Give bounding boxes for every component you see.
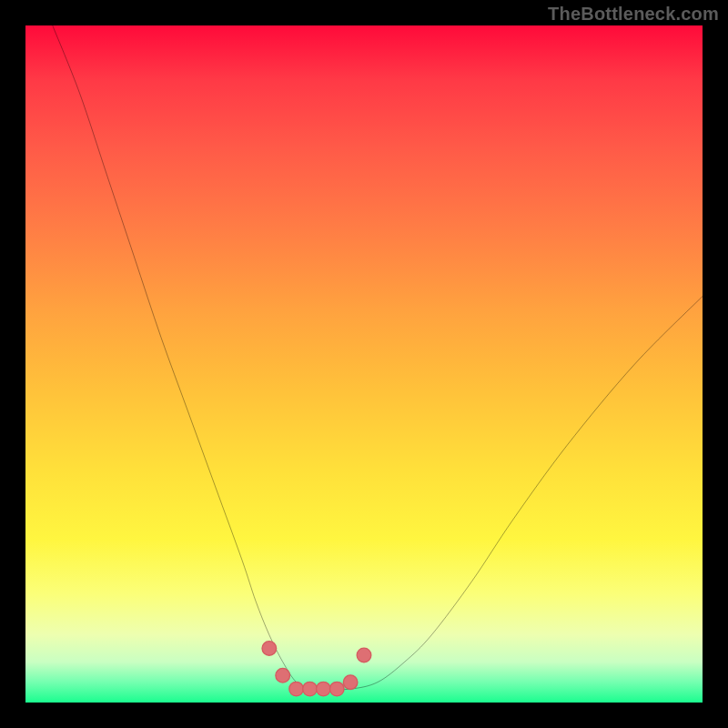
- marker-point: [276, 668, 290, 682]
- plot-area: [25, 25, 703, 703]
- marker-point: [303, 682, 318, 696]
- chart-overlay: [25, 25, 703, 703]
- bottleneck-curve: [53, 25, 703, 690]
- marker-point: [289, 682, 304, 696]
- attribution-watermark: TheBottleneck.com: [548, 4, 719, 25]
- marker-point: [343, 675, 358, 690]
- marker-point: [329, 682, 344, 696]
- marker-point: [357, 648, 371, 662]
- highlight-markers: [262, 642, 371, 696]
- marker-point: [262, 642, 277, 656]
- marker-point: [317, 682, 331, 696]
- chart-frame: TheBottleneck.com: [0, 0, 728, 728]
